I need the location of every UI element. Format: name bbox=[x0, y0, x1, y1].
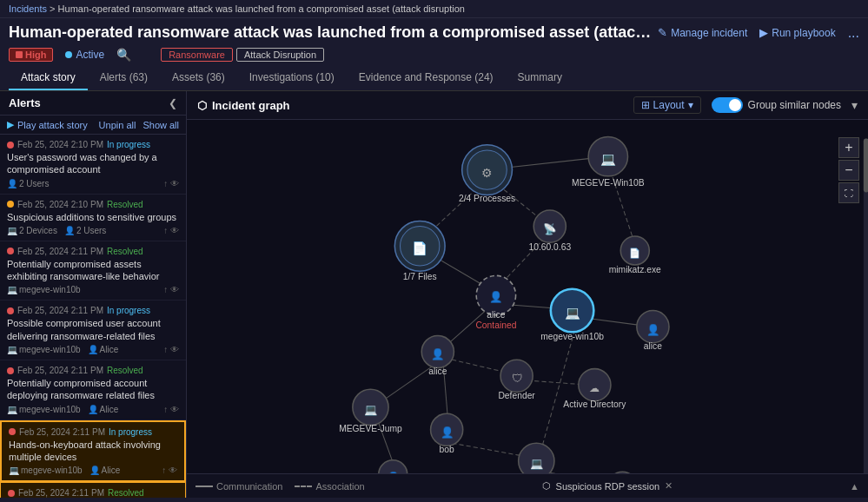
alert-status: Resolved bbox=[108, 488, 144, 498]
show-all-button[interactable]: Show all bbox=[142, 120, 179, 130]
alert-actions[interactable]: ↑ 👁 bbox=[162, 466, 177, 475]
alert-status: Resolved bbox=[107, 200, 143, 209]
alert-status: In progress bbox=[107, 306, 150, 315]
breadcrumb-current: Human-operated ransomware attack was lau… bbox=[58, 3, 465, 14]
alert-bottom-bar: 💻megeve-win10b 👤Alice ↑ 👁 bbox=[9, 466, 177, 475]
alert-actions[interactable]: ↑ 👁 bbox=[163, 226, 179, 235]
bar-actions: Unpin all Show all bbox=[99, 120, 179, 130]
unpin-all-button[interactable]: Unpin all bbox=[99, 120, 136, 130]
svg-text:☁: ☁ bbox=[589, 382, 600, 394]
close-alert-label-button[interactable]: ✕ bbox=[665, 480, 673, 492]
tab-alerts[interactable]: Alerts (63) bbox=[88, 66, 160, 90]
alert-bottom-bar: 💻megeve-win10b 👤Alice ↑ 👁 bbox=[7, 345, 179, 354]
layout-icon: ⊞ bbox=[641, 99, 650, 111]
alert-item-highlighted[interactable]: Feb 25, 2024 2:11 PM In progress Hands-o… bbox=[0, 420, 186, 483]
alert-bottom-bar: 💻megeve-win10b ↑ 👁 bbox=[7, 285, 179, 294]
bottom-bar: Communication Association ⬡ Suspicious R… bbox=[187, 473, 868, 498]
alert-item[interactable]: Feb 25, 2024 2:11 PM Resolved Potentiall… bbox=[0, 360, 186, 420]
svg-text:Defender: Defender bbox=[498, 391, 535, 400]
alert-assets: 💻megeve-win10b 👤Alice bbox=[7, 345, 118, 354]
alert-status: Resolved bbox=[107, 247, 143, 256]
play-icon: ▶ bbox=[759, 26, 768, 39]
svg-text:2/4 Processes: 2/4 Processes bbox=[459, 194, 515, 203]
alert-meta: Feb 25, 2024 2:11 PM In progress bbox=[7, 306, 179, 315]
alert-assets: 👤2 Users bbox=[7, 179, 49, 188]
content-area: Alerts ❮ ▶ Play attack story Unpin all S… bbox=[0, 91, 868, 498]
alert-title: Suspicious additions to sensitive groups bbox=[7, 211, 179, 223]
alert-item[interactable]: Feb 25, 2024 2:11 PM Resolved Potentiall… bbox=[0, 241, 186, 301]
play-bar: ▶ Play attack story Unpin all Show all bbox=[0, 116, 186, 135]
svg-text:Active Directory: Active Directory bbox=[563, 400, 626, 409]
incident-graph-svg: ⚙ 2/4 Processes 💻 MEGEVE-Win10B 📄 1/7 Fi… bbox=[187, 120, 868, 498]
svg-text:alice: alice bbox=[487, 310, 505, 320]
tab-assets[interactable]: Assets (36) bbox=[160, 66, 237, 90]
layout-button[interactable]: ⊞ Layout ▾ bbox=[633, 96, 701, 114]
alert-actions[interactable]: ↑ 👁 bbox=[163, 405, 179, 414]
alert-status: In progress bbox=[109, 427, 152, 437]
alert-item-selected[interactable]: Feb 25, 2024 2:11 PM Resolved Suspicious… bbox=[0, 482, 186, 498]
title-bar: Human-operated ransomware attack was lau… bbox=[0, 18, 868, 45]
zoom-in-button[interactable]: + bbox=[838, 137, 859, 158]
right-panel: ⬡ Incident graph ⊞ Layout ▾ Group simila… bbox=[187, 91, 868, 498]
svg-text:💻: 💻 bbox=[364, 403, 378, 417]
alert-bottom-bar: 💻2 Devices 👤2 Users ↑ 👁 bbox=[7, 226, 179, 235]
tab-summary[interactable]: Summary bbox=[506, 66, 574, 90]
alerts-panel-title: Alerts bbox=[9, 96, 41, 109]
svg-text:👤: 👤 bbox=[489, 290, 503, 304]
graph-collapse-button[interactable]: ▾ bbox=[851, 98, 858, 112]
svg-text:MEGEVE-Win10B: MEGEVE-Win10B bbox=[572, 178, 645, 188]
svg-text:🛡: 🛡 bbox=[512, 373, 522, 385]
svg-text:1/7 Files: 1/7 Files bbox=[403, 272, 437, 281]
alert-bottom-bar: 👤2 Users ↑ 👁 bbox=[7, 179, 179, 188]
graph-controls: ⊞ Layout ▾ Group similar nodes ▾ bbox=[633, 96, 858, 114]
bottom-alert-label: ⬡ Suspicious RDP session ✕ bbox=[542, 480, 673, 492]
association-line-icon bbox=[295, 485, 312, 487]
manage-incident-button[interactable]: ✎ Manage incident bbox=[658, 26, 747, 39]
alert-item[interactable]: Feb 25, 2024 2:10 PM In progress User's … bbox=[0, 135, 186, 195]
expand-button[interactable]: ▲ bbox=[850, 481, 859, 492]
status-bar: High Active 🔍 Ransomware Attack Disrupti… bbox=[0, 45, 868, 66]
alert-actions[interactable]: ↑ 👁 bbox=[163, 345, 179, 354]
edit-icon: ✎ bbox=[658, 26, 667, 39]
svg-text:MEGEVE-Jump: MEGEVE-Jump bbox=[339, 424, 402, 433]
tab-investigations[interactable]: Investigations (10) bbox=[237, 66, 347, 90]
svg-text:alice: alice bbox=[644, 341, 662, 351]
alert-meta: Feb 25, 2024 2:10 PM In progress bbox=[7, 140, 179, 149]
alert-assets: 💻megeve-win10b 👤Alice bbox=[9, 466, 120, 475]
svg-text:bob: bob bbox=[440, 445, 454, 454]
layout-chevron-icon: ▾ bbox=[688, 99, 693, 111]
severity-dot bbox=[7, 367, 14, 374]
play-story-icon: ▶ bbox=[7, 119, 14, 130]
zoom-out-button[interactable]: − bbox=[838, 160, 859, 181]
alert-actions[interactable]: ↑ 👁 bbox=[163, 285, 179, 294]
tag-ransomware[interactable]: Ransomware bbox=[161, 48, 233, 62]
graph-canvas[interactable]: ⚙ 2/4 Processes 💻 MEGEVE-Win10B 📄 1/7 Fi… bbox=[187, 120, 868, 498]
page-title: Human-operated ransomware attack was lau… bbox=[9, 23, 658, 42]
alert-actions[interactable]: ↑ 👁 bbox=[163, 179, 179, 188]
alert-title: Hands-on-keyboard attack involving multi… bbox=[9, 439, 177, 464]
run-playbook-button[interactable]: ▶ Run playbook bbox=[759, 26, 835, 39]
alert-item[interactable]: Feb 25, 2024 2:10 PM Resolved Suspicious… bbox=[0, 195, 186, 241]
search-icon-btn[interactable]: 🔍 bbox=[116, 48, 131, 62]
alert-item[interactable]: Feb 25, 2024 2:11 PM In progress Possibl… bbox=[0, 301, 186, 360]
zoom-fit-button[interactable]: ⛶ bbox=[838, 182, 859, 203]
alert-meta: Feb 25, 2024 2:11 PM Resolved bbox=[8, 488, 178, 498]
severity-badge: High bbox=[9, 48, 53, 62]
toggle-switch[interactable] bbox=[712, 97, 743, 113]
severity-dot bbox=[7, 142, 14, 149]
more-options-button[interactable]: ... bbox=[848, 25, 859, 41]
tab-attack-story[interactable]: Attack story bbox=[9, 66, 88, 90]
status-active: Active bbox=[65, 49, 104, 61]
communication-line-icon bbox=[195, 485, 213, 487]
tag-disruption[interactable]: Attack Disruption bbox=[236, 48, 324, 62]
alert-title: Potentially compromised account deployin… bbox=[7, 377, 179, 402]
breadcrumb-incidents[interactable]: Incidents bbox=[9, 3, 47, 14]
collapse-panel-button[interactable]: ❮ bbox=[169, 97, 177, 109]
tab-evidence[interactable]: Evidence and Response (24) bbox=[347, 66, 506, 90]
legend-communication: Communication bbox=[195, 481, 282, 492]
svg-text:⚙: ⚙ bbox=[481, 166, 493, 180]
breadcrumb: Incidents > Human-operated ransomware at… bbox=[0, 0, 868, 18]
alert-meta: Feb 25, 2024 2:10 PM Resolved bbox=[7, 200, 179, 209]
main-tabs: Attack story Alerts (63) Assets (36) Inv… bbox=[0, 66, 868, 91]
play-attack-story-button[interactable]: ▶ Play attack story bbox=[7, 119, 88, 130]
